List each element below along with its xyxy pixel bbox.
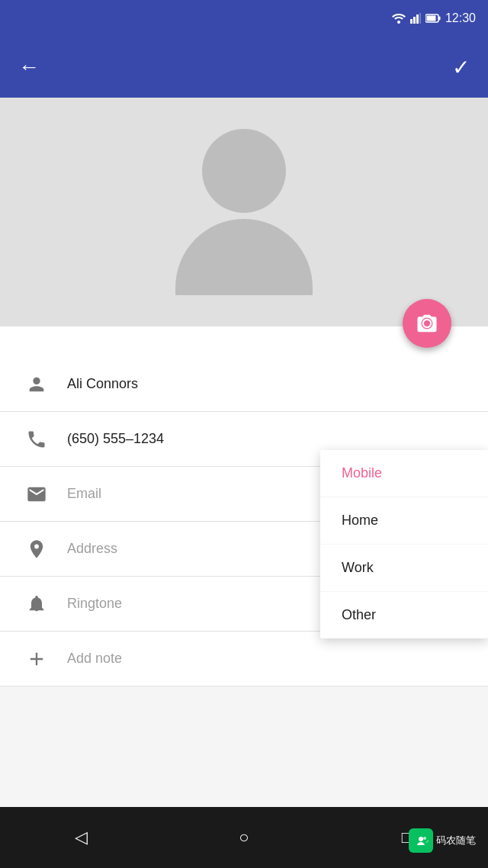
dropdown-option-other[interactable]: Other [320,592,488,638]
ringtone-icon [18,593,55,615]
battery-icon [425,14,441,23]
person-icon [18,374,55,395]
camera-fab-button[interactable] [403,299,451,348]
avatar-head [202,129,286,213]
status-bar: 12:30 [0,0,488,37]
avatar-body [175,219,313,295]
wifi-icon [392,13,406,24]
email-icon [18,484,55,505]
dropdown-option-work[interactable]: Work [320,545,488,592]
svg-rect-4 [419,13,421,24]
watermark-icon [409,828,433,853]
svg-point-0 [397,21,400,24]
back-button[interactable]: ← [18,55,40,79]
phone-icon [18,429,55,450]
add-note-icon [18,648,55,670]
avatar-placeholder [175,129,313,295]
svg-rect-2 [413,17,416,24]
svg-point-9 [423,837,426,840]
dropdown-option-home[interactable]: Home [320,497,488,545]
svg-rect-6 [438,17,440,21]
location-icon [18,538,55,560]
name-row: Ali Connors [0,357,488,412]
add-note-row: Add note [0,632,488,686]
add-note-placeholder[interactable]: Add note [55,641,470,676]
status-icons: 12:30 [392,11,476,25]
contact-name[interactable]: Ali Connors [55,367,470,401]
dropdown-option-mobile[interactable]: Mobile [320,450,488,497]
avatar-area [0,98,488,326]
svg-rect-7 [426,16,435,21]
nav-back-button[interactable]: ◁ [59,815,104,860]
svg-rect-1 [410,19,413,24]
nav-home-button[interactable]: ○ [221,815,267,860]
nav-bar: ◁ ○ □ 码农随笔 [0,807,488,868]
confirm-button[interactable]: ✓ [452,55,470,80]
signal-icon [410,13,421,24]
watermark-text: 码农随笔 [436,834,476,847]
app-bar: ← ✓ [0,37,488,98]
status-time: 12:30 [445,11,476,25]
svg-point-8 [419,837,423,841]
watermark: 码农随笔 [409,828,476,853]
phone-type-dropdown: Mobile Home Work Other [320,450,488,638]
camera-icon [416,312,438,335]
svg-rect-3 [416,14,419,24]
